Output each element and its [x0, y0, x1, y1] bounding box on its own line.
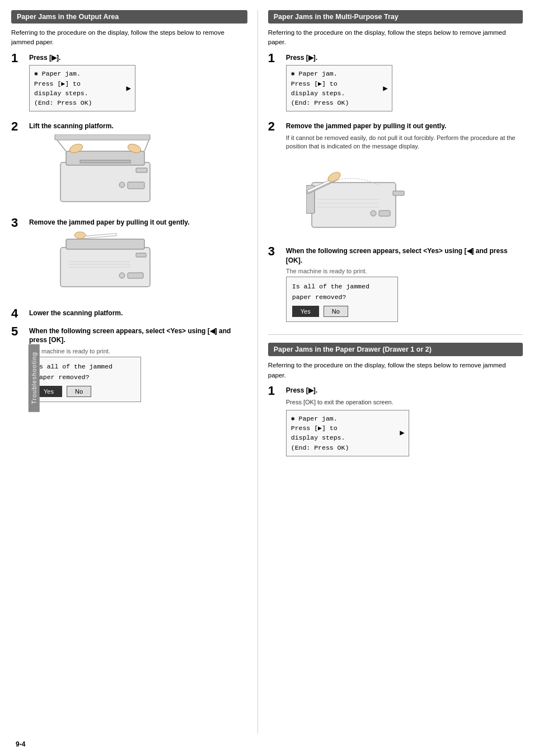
right-bottom-step-1-lcd: ✱ Paper jam. Press [▶] to display steps.…	[286, 410, 409, 456]
printer-lift-svg	[49, 134, 161, 207]
right-bottom-intro: Referring to the procedure on the displa…	[268, 361, 523, 380]
right-section-divider	[268, 334, 523, 335]
sidebar-tab: Troubleshooting	[29, 344, 40, 412]
svg-rect-13	[83, 234, 116, 239]
rb-lcd-line-1: ✱ Paper jam.	[291, 414, 404, 423]
rt-confirm-line-1: Is all of the jammed	[292, 282, 392, 292]
left-step-3-content: Remove the jammed paper by pulling it ou…	[29, 218, 247, 303]
right-top-step-1-lcd: ✱ Paper jam. Press [▶] to display steps.…	[286, 65, 392, 111]
right-top-step-1-num: 1	[268, 52, 286, 64]
rb-lcd-line-2: Press [▶] to	[291, 423, 404, 433]
right-top-step-3-content: When the following screen appears, selec…	[286, 246, 523, 326]
left-step-4-label: Lower the scanning platform.	[29, 309, 247, 318]
svg-rect-12	[66, 239, 144, 249]
lcd-arrow-icon: ▶	[127, 82, 131, 94]
rb-lcd-arrow-icon: ▶	[400, 427, 404, 439]
right-top-step-1: 1 Press [▶]. ✱ Paper jam. Press [▶] to d…	[268, 53, 523, 116]
left-step-2-illustration	[49, 134, 247, 209]
left-step-3: 3 Remove the jammed paper by pulling it …	[11, 218, 247, 303]
right-top-step-3-num: 3	[268, 245, 286, 258]
right-top-step-3-confirm-box: Is all of the jammed paper removed? Yes …	[286, 277, 398, 322]
page-footer: 9-4	[16, 740, 25, 748]
svg-rect-5	[80, 160, 130, 163]
svg-rect-6	[136, 168, 147, 172]
lcd-line-4: (End: Press OK)	[34, 98, 130, 108]
lcd-line-2: Press [▶] to	[34, 79, 130, 88]
left-column: Paper Jams in the Output Area Referring …	[11, 10, 258, 734]
left-step-5-content: When the following screen appears, selec…	[29, 326, 247, 407]
mp-tray-svg	[306, 155, 424, 236]
left-step-5: 5 When the following screen appears, sel…	[11, 326, 247, 407]
right-bottom-step-1-content: Press [▶]. Press [OK] to exit the operat…	[286, 386, 523, 461]
right-top-step-2-subtext: If it cannot be removed easily, do not p…	[286, 134, 523, 151]
rt-confirm-no-button[interactable]: No	[324, 306, 348, 317]
svg-rect-21	[312, 183, 396, 227]
rt-lcd-line-3: display steps.	[291, 88, 387, 98]
right-top-section-header: Paper Jams in the Multi-Purpose Tray	[268, 10, 523, 24]
left-intro-text: Referring to the procedure on the displa…	[11, 28, 247, 48]
right-top-step-1-content: Press [▶]. ✱ Paper jam. Press [▶] to dis…	[286, 53, 523, 116]
svg-point-7	[119, 182, 125, 188]
left-step-2-label: Lift the scanning platform.	[29, 122, 247, 131]
rb-lcd-line-3: display steps.	[291, 433, 404, 442]
left-step-3-illustration	[49, 231, 247, 300]
left-step-2-num: 2	[11, 120, 29, 133]
right-top-intro: Referring to the procedure on the displa…	[268, 28, 523, 48]
svg-rect-26	[393, 191, 404, 195]
svg-rect-17	[136, 253, 146, 257]
two-columns: Paper Jams in the Output Area Referring …	[11, 10, 523, 734]
right-bottom-step-1-label: Press [▶].	[286, 386, 523, 395]
right-column: Paper Jams in the Multi-Purpose Tray Ref…	[258, 10, 523, 734]
left-step-1-lcd: ✱ Paper jam. Press [▶] to display steps.…	[29, 65, 135, 111]
left-step-2-content: Lift the scanning platform.	[29, 122, 247, 212]
right-top-step-2-illustration	[306, 155, 523, 237]
right-top-step-2: 2 Remove the jammed paper by pulling it …	[268, 122, 523, 241]
rt-confirm-line-2: paper removed?	[292, 292, 392, 302]
confirm-line-2: paper removed?	[35, 372, 135, 382]
rt-lcd-line-1: ✱ Paper jam.	[291, 69, 387, 78]
left-step-5-num: 5	[11, 325, 29, 338]
lcd-line-3: display steps.	[34, 88, 130, 98]
left-step-4-num: 4	[11, 307, 29, 320]
confirm-line-1: Is all of the jammed	[35, 362, 135, 372]
right-bottom-step-1-subtext: Press [OK] to exit the operation screen.	[286, 398, 523, 407]
right-bottom-step-1-num: 1	[268, 385, 286, 397]
right-top-step-2-label: Remove the jammed paper by pulling it ou…	[286, 122, 523, 131]
right-bottom-step-1: 1 Press [▶]. Press [OK] to exit the oper…	[268, 386, 523, 461]
svg-rect-16	[128, 273, 143, 278]
left-step-2: 2 Lift the scanning platform.	[11, 122, 247, 212]
left-step-1-label: Press [▶].	[29, 53, 247, 63]
right-top-step-3-subtext: The machine is ready to print.	[286, 268, 523, 274]
svg-rect-28	[379, 211, 390, 216]
left-section-header: Paper Jams in the Output Area	[11, 10, 247, 24]
rt-confirm-buttons: Yes No	[292, 306, 392, 317]
rt-lcd-line-2: Press [▶] to	[291, 79, 387, 88]
lcd-line-1: ✱ Paper jam.	[34, 69, 130, 78]
left-step-5-label: When the following screen appears, selec…	[29, 326, 247, 346]
right-top-step-1-label: Press [▶].	[286, 53, 523, 63]
right-top-step-2-num: 2	[268, 120, 286, 133]
right-top-step-2-content: Remove the jammed paper by pulling it ou…	[286, 122, 523, 241]
left-step-5-subtext: The machine is ready to print.	[29, 348, 247, 354]
left-step-1: 1 Press [▶]. ✱ Paper jam. Press [▶] to d…	[11, 53, 247, 116]
right-top-step-3: 3 When the following screen appears, sel…	[268, 246, 523, 326]
svg-point-14	[74, 232, 86, 239]
svg-rect-8	[128, 182, 144, 189]
rt-confirm-yes-button[interactable]: Yes	[292, 306, 319, 317]
svg-point-15	[119, 273, 125, 278]
left-step-4-content: Lower the scanning platform.	[29, 309, 247, 321]
printer-remove-svg	[49, 231, 161, 298]
left-step-1-content: Press [▶]. ✱ Paper jam. Press [▶] to dis…	[29, 53, 247, 116]
rt-lcd-line-4: (End: Press OK)	[291, 98, 387, 108]
left-step-1-num: 1	[11, 52, 29, 64]
svg-point-27	[371, 211, 376, 216]
page-content: Paper Jams in the Output Area Referring …	[0, 0, 534, 756]
left-step-5-confirm-box: Is all of the jammed paper removed? Yes …	[29, 357, 141, 402]
svg-rect-4	[55, 134, 150, 140]
confirm-buttons: Yes No	[35, 386, 135, 397]
confirm-no-button[interactable]: No	[67, 386, 91, 397]
left-step-3-num: 3	[11, 217, 29, 229]
rt-lcd-arrow-icon: ▶	[383, 82, 387, 94]
left-step-3-label: Remove the jammed paper by pulling it ou…	[29, 218, 247, 227]
right-top-step-3-label: When the following screen appears, selec…	[286, 246, 523, 265]
